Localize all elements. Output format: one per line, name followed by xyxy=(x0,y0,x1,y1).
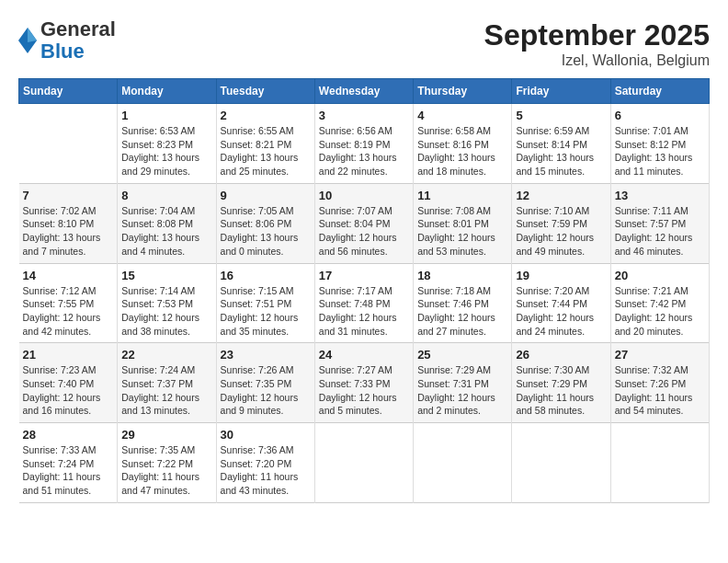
weekday-header: Saturday xyxy=(610,79,709,104)
day-info: and 20 minutes. xyxy=(615,325,705,339)
day-number: 26 xyxy=(516,348,606,362)
day-info: Sunset: 7:24 PM xyxy=(23,457,114,471)
day-info: and 51 minutes. xyxy=(23,484,114,498)
day-info: and 53 minutes. xyxy=(417,245,507,259)
calendar-cell xyxy=(414,423,512,503)
day-info: Daylight: 12 hours xyxy=(417,391,507,405)
day-info: Daylight: 12 hours xyxy=(615,311,705,325)
day-info: Daylight: 12 hours xyxy=(319,311,409,325)
day-info: Daylight: 12 hours xyxy=(121,391,211,405)
day-info: Sunset: 7:46 PM xyxy=(417,297,507,311)
day-info: Sunrise: 7:27 AM xyxy=(319,363,409,377)
day-number: 15 xyxy=(121,269,211,282)
calendar-week-row: 1Sunrise: 6:53 AMSunset: 8:23 PMDaylight… xyxy=(19,104,710,184)
day-info: Sunrise: 7:32 AM xyxy=(615,363,705,377)
logo-blue: Blue xyxy=(40,40,116,63)
day-info: and 9 minutes. xyxy=(221,404,311,418)
day-info: and 54 minutes. xyxy=(615,404,705,418)
day-info: and 49 minutes. xyxy=(516,245,606,259)
day-info: and 5 minutes. xyxy=(319,404,409,418)
calendar-cell: 17Sunrise: 7:17 AMSunset: 7:48 PMDayligh… xyxy=(314,263,413,343)
day-info: Sunrise: 7:35 AM xyxy=(121,443,211,457)
day-info: Sunrise: 6:55 AM xyxy=(221,124,311,138)
day-number: 22 xyxy=(121,348,211,362)
day-info: Daylight: 12 hours xyxy=(319,391,409,405)
day-number: 28 xyxy=(23,428,114,442)
calendar-cell: 1Sunrise: 6:53 AMSunset: 8:23 PMDaylight… xyxy=(118,104,216,184)
calendar-cell: 10Sunrise: 7:07 AMSunset: 8:04 PMDayligh… xyxy=(314,183,413,263)
weekday-header: Wednesday xyxy=(314,79,413,104)
day-number: 2 xyxy=(221,109,311,122)
calendar-cell: 27Sunrise: 7:32 AMSunset: 7:26 PMDayligh… xyxy=(610,343,709,423)
calendar-cell: 25Sunrise: 7:29 AMSunset: 7:31 PMDayligh… xyxy=(414,343,512,423)
day-number: 27 xyxy=(615,348,705,362)
day-number: 7 xyxy=(23,189,114,202)
day-info: Daylight: 11 hours xyxy=(516,391,606,405)
day-number: 1 xyxy=(121,109,211,122)
day-info: Sunset: 7:22 PM xyxy=(121,457,211,471)
day-info: Sunset: 7:33 PM xyxy=(319,377,409,391)
day-info: Daylight: 11 hours xyxy=(615,391,705,405)
day-info: Daylight: 12 hours xyxy=(221,311,311,325)
calendar-cell: 29Sunrise: 7:35 AMSunset: 7:22 PMDayligh… xyxy=(118,423,216,503)
day-number: 17 xyxy=(319,269,409,282)
day-info: Sunset: 8:16 PM xyxy=(417,138,507,152)
day-info: and 27 minutes. xyxy=(417,325,507,339)
day-info: and 56 minutes. xyxy=(319,245,409,259)
calendar-table: SundayMondayTuesdayWednesdayThursdayFrid… xyxy=(18,78,710,503)
day-info: and 4 minutes. xyxy=(121,245,211,259)
day-info: Sunrise: 7:21 AM xyxy=(615,284,705,298)
calendar-cell: 4Sunrise: 6:58 AMSunset: 8:16 PMDaylight… xyxy=(414,104,512,184)
day-info: Daylight: 13 hours xyxy=(221,231,311,245)
svg-marker-1 xyxy=(28,28,37,42)
calendar-cell: 3Sunrise: 6:56 AMSunset: 8:19 PMDaylight… xyxy=(314,104,413,184)
day-info: Daylight: 12 hours xyxy=(23,391,114,405)
day-info: and 16 minutes. xyxy=(23,404,114,418)
day-info: Sunrise: 7:11 AM xyxy=(615,204,705,218)
day-info: Sunrise: 7:17 AM xyxy=(319,284,409,298)
day-info: Sunset: 7:37 PM xyxy=(121,377,211,391)
day-info: Sunset: 7:51 PM xyxy=(221,297,311,311)
day-number: 5 xyxy=(516,109,606,122)
day-info: and 35 minutes. xyxy=(221,325,311,339)
calendar-cell: 8Sunrise: 7:04 AMSunset: 8:08 PMDaylight… xyxy=(118,183,216,263)
day-info: Sunset: 8:23 PM xyxy=(121,138,211,152)
day-info: Daylight: 12 hours xyxy=(516,311,606,325)
logo-icon xyxy=(18,28,37,53)
day-number: 23 xyxy=(221,348,311,362)
calendar-cell: 20Sunrise: 7:21 AMSunset: 7:42 PMDayligh… xyxy=(610,263,709,343)
day-info: Daylight: 11 hours xyxy=(23,470,114,484)
day-number: 19 xyxy=(516,269,606,282)
calendar-cell: 30Sunrise: 7:36 AMSunset: 7:20 PMDayligh… xyxy=(216,423,314,503)
logo-general: General xyxy=(40,18,116,40)
calendar-header-row: SundayMondayTuesdayWednesdayThursdayFrid… xyxy=(19,79,710,104)
page-title: September 2025 xyxy=(484,18,710,52)
day-info: Sunset: 8:01 PM xyxy=(417,217,507,231)
day-info: Sunrise: 7:07 AM xyxy=(319,204,409,218)
day-info: Sunrise: 7:12 AM xyxy=(23,284,114,298)
day-number: 12 xyxy=(516,189,606,202)
day-info: Sunrise: 7:14 AM xyxy=(121,284,211,298)
day-info: Sunset: 7:44 PM xyxy=(516,297,606,311)
day-info: and 2 minutes. xyxy=(417,404,507,418)
day-info: Sunset: 8:12 PM xyxy=(615,138,705,152)
day-info: Sunset: 7:31 PM xyxy=(417,377,507,391)
calendar-cell: 7Sunrise: 7:02 AMSunset: 8:10 PMDaylight… xyxy=(19,183,118,263)
day-info: Sunrise: 7:08 AM xyxy=(417,204,507,218)
page-header: General Blue September 2025 Izel, Wallon… xyxy=(18,18,710,69)
day-info: and 25 minutes. xyxy=(221,165,311,178)
day-info: Daylight: 13 hours xyxy=(121,231,211,245)
weekday-header: Friday xyxy=(512,79,610,104)
logo: General Blue xyxy=(18,18,116,63)
day-info: and 46 minutes. xyxy=(615,245,705,259)
calendar-cell: 12Sunrise: 7:10 AMSunset: 7:59 PMDayligh… xyxy=(512,183,610,263)
day-info: Sunrise: 7:02 AM xyxy=(23,204,114,218)
day-info: Daylight: 13 hours xyxy=(319,151,409,165)
day-info: Sunset: 7:55 PM xyxy=(23,297,114,311)
day-info: Sunset: 7:29 PM xyxy=(516,377,606,391)
calendar-cell: 19Sunrise: 7:20 AMSunset: 7:44 PMDayligh… xyxy=(512,263,610,343)
day-info: and 22 minutes. xyxy=(319,165,409,178)
day-info: Sunrise: 7:05 AM xyxy=(221,204,311,218)
day-number: 30 xyxy=(221,428,311,442)
day-info: Daylight: 11 hours xyxy=(121,470,211,484)
